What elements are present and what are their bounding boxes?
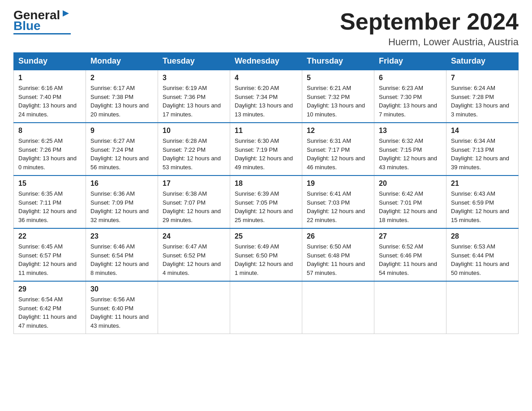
table-row: 16 Sunrise: 6:36 AM Sunset: 7:09 PM Dayl…: [86, 176, 158, 228]
day-number: 23: [90, 232, 153, 240]
day-info: Sunrise: 6:28 AM Sunset: 7:22 PM Dayligh…: [163, 137, 225, 171]
day-number: 13: [379, 127, 442, 135]
table-row: 29 Sunrise: 6:54 AM Sunset: 6:42 PM Dayl…: [14, 281, 86, 334]
table-row: 21 Sunrise: 6:43 AM Sunset: 6:59 PM Dayl…: [446, 176, 519, 228]
day-info: Sunrise: 6:34 AM Sunset: 7:13 PM Dayligh…: [451, 137, 514, 171]
title-block: September 2024 Huerm, Lower Austria, Aus…: [340, 9, 519, 48]
day-number: 18: [235, 180, 297, 188]
day-number: 20: [379, 180, 442, 188]
week-row-5: 29 Sunrise: 6:54 AM Sunset: 6:42 PM Dayl…: [14, 281, 519, 334]
day-number: 24: [163, 232, 225, 240]
logo-triangle-icon: [61, 9, 71, 18]
day-info: Sunrise: 6:20 AM Sunset: 7:34 PM Dayligh…: [235, 84, 297, 119]
header-monday: Monday: [86, 53, 158, 70]
day-number: 7: [451, 74, 514, 82]
day-number: 10: [163, 127, 225, 135]
week-row-4: 22 Sunrise: 6:45 AM Sunset: 6:57 PM Dayl…: [14, 228, 519, 281]
table-row: 17 Sunrise: 6:38 AM Sunset: 7:07 PM Dayl…: [158, 176, 230, 228]
day-number: 26: [307, 232, 369, 240]
day-number: 30: [90, 285, 153, 293]
logo-line: [13, 33, 71, 34]
week-row-3: 15 Sunrise: 6:35 AM Sunset: 7:11 PM Dayl…: [14, 176, 519, 228]
table-row: 7 Sunrise: 6:24 AM Sunset: 7:28 PM Dayli…: [446, 70, 519, 123]
table-row: 14 Sunrise: 6:34 AM Sunset: 7:13 PM Dayl…: [446, 123, 519, 176]
table-row: 5 Sunrise: 6:21 AM Sunset: 7:32 PM Dayli…: [302, 70, 374, 123]
header-tuesday: Tuesday: [158, 53, 230, 70]
table-row: 6 Sunrise: 6:23 AM Sunset: 7:30 PM Dayli…: [374, 70, 446, 123]
day-info: Sunrise: 6:23 AM Sunset: 7:30 PM Dayligh…: [379, 84, 442, 119]
day-number: 25: [235, 232, 297, 240]
day-info: Sunrise: 6:35 AM Sunset: 7:11 PM Dayligh…: [18, 189, 81, 224]
day-number: 4: [235, 74, 297, 82]
day-info: Sunrise: 6:24 AM Sunset: 7:28 PM Dayligh…: [451, 84, 514, 119]
table-row: 20 Sunrise: 6:42 AM Sunset: 7:01 PM Dayl…: [374, 176, 446, 228]
table-row: 8 Sunrise: 6:25 AM Sunset: 7:26 PM Dayli…: [14, 123, 86, 176]
day-info: Sunrise: 6:36 AM Sunset: 7:09 PM Dayligh…: [90, 189, 153, 224]
day-info: Sunrise: 6:47 AM Sunset: 6:52 PM Dayligh…: [163, 242, 225, 277]
day-number: 11: [235, 127, 297, 135]
table-row: 13 Sunrise: 6:32 AM Sunset: 7:15 PM Dayl…: [374, 123, 446, 176]
day-info: Sunrise: 6:52 AM Sunset: 6:46 PM Dayligh…: [379, 242, 442, 277]
day-info: Sunrise: 6:42 AM Sunset: 7:01 PM Dayligh…: [379, 189, 442, 224]
table-row: 9 Sunrise: 6:27 AM Sunset: 7:24 PM Dayli…: [86, 123, 158, 176]
day-number: 9: [90, 127, 153, 135]
table-row: [446, 281, 519, 334]
day-info: Sunrise: 6:46 AM Sunset: 6:54 PM Dayligh…: [90, 242, 153, 277]
calendar-table: Sunday Monday Tuesday Wednesday Thursday…: [13, 52, 519, 334]
table-row: 18 Sunrise: 6:39 AM Sunset: 7:05 PM Dayl…: [230, 176, 302, 228]
header-thursday: Thursday: [302, 53, 374, 70]
header-sunday: Sunday: [14, 53, 86, 70]
day-info: Sunrise: 6:31 AM Sunset: 7:17 PM Dayligh…: [307, 137, 369, 171]
day-number: 17: [163, 180, 225, 188]
page-header: General Blue September 2024 Huerm, Lower…: [13, 9, 519, 48]
table-row: 26 Sunrise: 6:50 AM Sunset: 6:48 PM Dayl…: [302, 228, 374, 281]
month-title: September 2024: [340, 9, 519, 34]
table-row: 10 Sunrise: 6:28 AM Sunset: 7:22 PM Dayl…: [158, 123, 230, 176]
table-row: 3 Sunrise: 6:19 AM Sunset: 7:36 PM Dayli…: [158, 70, 230, 123]
table-row: [158, 281, 230, 334]
day-number: 12: [307, 127, 369, 135]
table-row: 11 Sunrise: 6:30 AM Sunset: 7:19 PM Dayl…: [230, 123, 302, 176]
day-info: Sunrise: 6:45 AM Sunset: 6:57 PM Dayligh…: [18, 242, 81, 277]
day-number: 15: [18, 180, 81, 188]
table-row: 1 Sunrise: 6:16 AM Sunset: 7:40 PM Dayli…: [14, 70, 86, 123]
day-number: 6: [379, 74, 442, 82]
week-row-1: 1 Sunrise: 6:16 AM Sunset: 7:40 PM Dayli…: [14, 70, 519, 123]
day-info: Sunrise: 6:25 AM Sunset: 7:26 PM Dayligh…: [18, 137, 81, 171]
table-row: [374, 281, 446, 334]
table-row: 24 Sunrise: 6:47 AM Sunset: 6:52 PM Dayl…: [158, 228, 230, 281]
day-info: Sunrise: 6:53 AM Sunset: 6:44 PM Dayligh…: [451, 242, 514, 277]
table-row: 12 Sunrise: 6:31 AM Sunset: 7:17 PM Dayl…: [302, 123, 374, 176]
day-number: 29: [18, 285, 81, 293]
day-number: 19: [307, 180, 369, 188]
day-number: 14: [451, 127, 514, 135]
day-info: Sunrise: 6:32 AM Sunset: 7:15 PM Dayligh…: [379, 137, 442, 171]
day-number: 28: [451, 232, 514, 240]
table-row: 25 Sunrise: 6:49 AM Sunset: 6:50 PM Dayl…: [230, 228, 302, 281]
day-info: Sunrise: 6:16 AM Sunset: 7:40 PM Dayligh…: [18, 84, 81, 119]
header-friday: Friday: [374, 53, 446, 70]
week-row-2: 8 Sunrise: 6:25 AM Sunset: 7:26 PM Dayli…: [14, 123, 519, 176]
day-info: Sunrise: 6:49 AM Sunset: 6:50 PM Dayligh…: [235, 242, 297, 277]
day-info: Sunrise: 6:19 AM Sunset: 7:36 PM Dayligh…: [163, 84, 225, 119]
calendar-header-row: Sunday Monday Tuesday Wednesday Thursday…: [14, 53, 519, 70]
day-number: 22: [18, 232, 81, 240]
day-info: Sunrise: 6:39 AM Sunset: 7:05 PM Dayligh…: [235, 189, 297, 224]
day-number: 27: [379, 232, 442, 240]
table-row: 22 Sunrise: 6:45 AM Sunset: 6:57 PM Dayl…: [14, 228, 86, 281]
table-row: 2 Sunrise: 6:17 AM Sunset: 7:38 PM Dayli…: [86, 70, 158, 123]
day-info: Sunrise: 6:38 AM Sunset: 7:07 PM Dayligh…: [163, 189, 225, 224]
location: Huerm, Lower Austria, Austria: [340, 36, 519, 48]
table-row: [302, 281, 374, 334]
day-number: 2: [90, 74, 153, 82]
table-row: 15 Sunrise: 6:35 AM Sunset: 7:11 PM Dayl…: [14, 176, 86, 228]
day-info: Sunrise: 6:56 AM Sunset: 6:40 PM Dayligh…: [90, 295, 153, 330]
day-info: Sunrise: 6:27 AM Sunset: 7:24 PM Dayligh…: [90, 137, 153, 171]
day-info: Sunrise: 6:41 AM Sunset: 7:03 PM Dayligh…: [307, 189, 369, 224]
header-saturday: Saturday: [446, 53, 519, 70]
day-info: Sunrise: 6:21 AM Sunset: 7:32 PM Dayligh…: [307, 84, 369, 119]
table-row: 4 Sunrise: 6:20 AM Sunset: 7:34 PM Dayli…: [230, 70, 302, 123]
day-number: 1: [18, 74, 81, 82]
table-row: 27 Sunrise: 6:52 AM Sunset: 6:46 PM Dayl…: [374, 228, 446, 281]
table-row: 28 Sunrise: 6:53 AM Sunset: 6:44 PM Dayl…: [446, 228, 519, 281]
